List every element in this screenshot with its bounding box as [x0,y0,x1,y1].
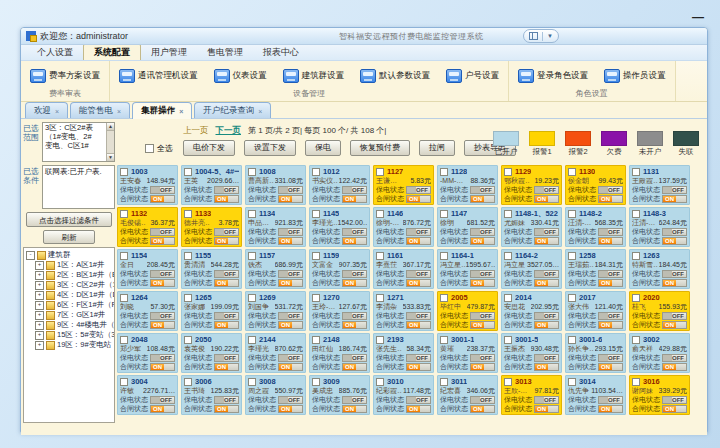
tree-item[interactable]: +2区：B区1#井（B区1# [35,270,114,280]
power-keep-toggle[interactable]: OFF [662,186,687,194]
card-checkbox[interactable] [120,252,128,260]
ribbon-button-默认参数设置[interactable]: 默认参数设置 [357,67,433,85]
switch-state-toggle[interactable]: ON [214,279,239,287]
switch-state-toggle[interactable]: ON [534,237,559,245]
switch-state-toggle[interactable]: ON [598,279,623,287]
ribbon-button-登录角色设置[interactable]: 登录角色设置 [515,67,591,85]
card-checkbox[interactable] [440,294,448,302]
meter-card[interactable]: 3006王书琦125.83元保电状态OFF合闸状态ON [181,375,242,415]
card-checkbox[interactable] [632,210,640,218]
meter-card[interactable]: 3008周之霞550.97元保电状态OFF合闸状态ON [245,375,306,415]
switch-state-toggle[interactable]: ON [470,405,495,413]
tree-item[interactable]: +1区：A区1#井 [35,260,114,270]
scroll-up-icon[interactable]: ▲ [107,123,114,131]
tree-item[interactable]: +15区：5#变站（3#变 [35,330,114,340]
card-checkbox[interactable] [440,336,448,344]
card-checkbox[interactable] [184,210,192,218]
card-checkbox[interactable] [312,210,320,218]
switch-state-toggle[interactable]: ON [214,195,239,203]
power-keep-toggle[interactable]: OFF [278,186,303,194]
close-icon[interactable]: × [179,108,183,115]
meter-card[interactable]: 1164-2冯立星3527.05…保电状态OFF合闸状态ON [501,249,562,289]
power-keep-toggle[interactable]: OFF [278,354,303,362]
meter-card[interactable]: 2144李瑾光870.62元保电状态OFF合闸状态ON [245,333,306,373]
power-keep-toggle[interactable]: OFF [470,312,495,320]
card-checkbox[interactable] [376,378,384,386]
card-checkbox[interactable] [184,336,192,344]
power-keep-toggle[interactable]: OFF [534,312,559,320]
meter-card[interactable]: 3013王欣-…97.81元保电状态OFF合闸状态ON [501,375,562,415]
meter-card[interactable]: 1146徐明-…876.72元保电状态OFF合闸状态ON [373,207,434,247]
action-button-拉闸[interactable]: 拉闸 [419,140,455,156]
power-keep-toggle[interactable]: OFF [342,186,367,194]
power-keep-toggle[interactable]: OFF [342,354,367,362]
switch-state-toggle[interactable]: ON [662,321,687,329]
card-checkbox[interactable] [184,378,192,386]
power-keep-toggle[interactable]: OFF [534,228,559,236]
power-keep-toggle[interactable]: OFF [598,312,623,320]
switch-state-toggle[interactable]: ON [150,321,175,329]
switch-state-toggle[interactable]: ON [470,237,495,245]
power-keep-toggle[interactable]: OFF [214,354,239,362]
meter-card[interactable]: 1132毛俊锡…36.37元保电状态OFF合闸状态ON [117,207,178,247]
meter-card[interactable]: 1265张家娜199.09元保电状态OFF合闸状态ON [181,291,242,331]
meter-card[interactable]: 1148-1、522尤媚妹330.41元保电状态OFF合闸状态ON [501,207,562,247]
listbox-scrollbar[interactable]: ▲ ▼ [106,123,114,161]
card-checkbox[interactable] [312,336,320,344]
card-checkbox[interactable] [312,252,320,260]
meter-card[interactable]: 1145李瑾光…1542.00…保电状态OFF合闸状态ON [309,207,370,247]
card-checkbox[interactable] [504,378,512,386]
switch-state-toggle[interactable]: ON [150,195,175,203]
power-keep-toggle[interactable]: OFF [406,270,431,278]
card-checkbox[interactable] [504,210,512,218]
power-keep-toggle[interactable]: OFF [598,186,623,194]
card-checkbox[interactable] [248,336,256,344]
power-keep-toggle[interactable]: OFF [278,270,303,278]
meter-card[interactable]: 2014安思花202.95元保电状态OFF合闸状态ON [501,291,562,331]
switch-state-toggle[interactable]: ON [662,363,687,371]
power-keep-toggle[interactable]: OFF [214,186,239,194]
card-checkbox[interactable] [312,168,320,176]
meter-card[interactable]: 3001-1黄璀238.37元保电状态OFF合闸状态ON [437,333,498,373]
card-checkbox[interactable] [504,252,512,260]
switch-state-toggle[interactable]: ON [598,321,623,329]
selected-range-listbox[interactable]: ▲ ▼ 3区：C区2#表（1#变电、2#变电、C区1# [42,122,115,162]
meter-card[interactable]: 1258王瑞茹…184.31元保电状态OFF合闸状态ON [565,249,626,289]
meter-card[interactable]: 3014仇先争1103.54…保电状态OFF合闸状态ON [565,375,626,415]
card-checkbox[interactable] [312,378,320,386]
power-keep-toggle[interactable]: OFF [214,270,239,278]
meter-card[interactable]: 1128-MM-…88.36元保电状态OFF合闸状态ON [437,165,498,205]
switch-state-toggle[interactable]: ON [150,279,175,287]
switch-state-toggle[interactable]: ON [598,405,623,413]
card-checkbox[interactable] [312,294,320,302]
switch-state-toggle[interactable]: ON [598,195,623,203]
skin-switcher[interactable]: ▼ [523,29,559,43]
power-keep-toggle[interactable]: OFF [278,228,303,236]
meter-card[interactable]: 1271李清杂533.83元保电状态OFF合闸状态ON [373,291,434,331]
card-checkbox[interactable] [184,252,192,260]
power-keep-toggle[interactable]: OFF [470,396,495,404]
power-keep-toggle[interactable]: OFF [150,228,175,236]
refresh-button[interactable]: 刷新 [43,230,95,244]
power-keep-toggle[interactable]: OFF [470,186,495,194]
switch-state-toggle[interactable]: ON [534,405,559,413]
power-keep-toggle[interactable]: OFF [406,354,431,362]
action-button-保电[interactable]: 保电 [305,140,341,156]
card-checkbox[interactable] [440,210,448,218]
card-checkbox[interactable] [632,294,640,302]
meter-card[interactable]: 2048郑少军108.48元保电状态OFF合闸状态ON [117,333,178,373]
power-keep-toggle[interactable]: OFF [662,396,687,404]
power-keep-toggle[interactable]: OFF [150,396,175,404]
meter-card[interactable]: 3011纪宏喜346.06元保电状态OFF合闸状态ON [437,375,498,415]
tab-能管售电[interactable]: 能管售电× [70,102,130,118]
switch-state-toggle[interactable]: ON [406,363,431,371]
card-checkbox[interactable] [568,210,576,218]
tree-item[interactable]: +3区：C区2#井（1#变 [35,280,114,290]
card-checkbox[interactable] [248,378,256,386]
card-checkbox[interactable] [632,378,640,386]
switch-state-toggle[interactable]: ON [470,195,495,203]
power-keep-toggle[interactable]: OFF [662,312,687,320]
switch-state-toggle[interactable]: ON [662,405,687,413]
card-checkbox[interactable] [440,168,448,176]
switch-state-toggle[interactable]: ON [534,363,559,371]
